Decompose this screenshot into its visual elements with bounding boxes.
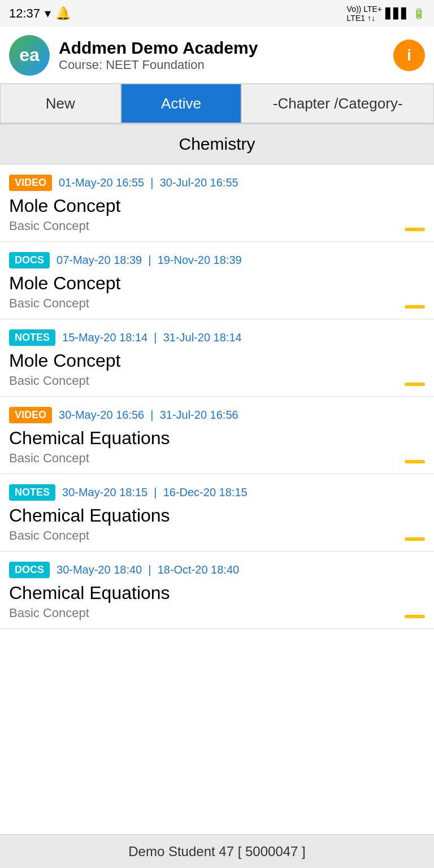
item-subtitle: Basic Concept — [9, 528, 425, 543]
item-progress-indicator — [405, 305, 425, 309]
tab-chapter-category[interactable]: -Chapter /Category- — [241, 84, 434, 123]
lte-label: Vo)) LTE+LTE1 ↑↓ — [347, 5, 382, 23]
item-date-range: 01-May-20 16:55 | 30-Jul-20 16:55 — [59, 176, 238, 189]
item-subtitle: Basic Concept — [9, 451, 425, 466]
wifi-icon: ▾ — [45, 6, 51, 21]
footer: Demo Student 47 [ 5000047 ] — [0, 834, 434, 868]
list-item[interactable]: NOTES 30-May-20 18:15 | 16-Dec-20 18:15 … — [0, 474, 434, 552]
list-item[interactable]: DOCS 30-May-20 18:40 | 18-Oct-20 18:40 C… — [0, 552, 434, 629]
item-meta: DOCS 07-May-20 18:39 | 19-Nov-20 18:39 — [9, 252, 425, 268]
list-item[interactable]: NOTES 15-May-20 18:14 | 31-Jul-20 18:14 … — [0, 319, 434, 397]
item-date-range: 07-May-20 18:39 | 19-Nov-20 18:39 — [57, 254, 242, 267]
info-button[interactable]: i — [393, 40, 425, 71]
item-date-range: 15-May-20 18:14 | 31-Jul-20 18:14 — [62, 331, 242, 344]
item-meta: VIDEO 30-May-20 16:56 | 31-Jul-20 16:56 — [9, 407, 425, 423]
app-logo: ea — [9, 35, 50, 76]
header-text-block: Addmen Demo Academy Course: NEET Foundat… — [59, 38, 393, 72]
item-title: Mole Concept — [9, 196, 425, 216]
item-progress-indicator — [405, 228, 425, 231]
item-date-range: 30-May-20 16:56 | 31-Jul-20 16:56 — [59, 409, 238, 422]
item-title: Mole Concept — [9, 350, 425, 371]
list-item[interactable]: VIDEO 01-May-20 16:55 | 30-Jul-20 16:55 … — [0, 164, 434, 242]
item-meta: NOTES 15-May-20 18:14 | 31-Jul-20 18:14 — [9, 329, 425, 346]
item-progress-indicator — [405, 383, 425, 386]
item-meta: VIDEO 01-May-20 16:55 | 30-Jul-20 16:55 — [9, 175, 425, 191]
item-meta: NOTES 30-May-20 18:15 | 16-Dec-20 18:15 — [9, 484, 425, 501]
app-header: ea Addmen Demo Academy Course: NEET Foun… — [0, 27, 434, 84]
app-title: Addmen Demo Academy — [59, 38, 393, 58]
item-title: Chemical Equations — [9, 505, 425, 526]
item-meta: DOCS 30-May-20 18:40 | 18-Oct-20 18:40 — [9, 562, 425, 578]
list-item[interactable]: DOCS 07-May-20 18:39 | 19-Nov-20 18:39 M… — [0, 242, 434, 319]
item-date-range: 30-May-20 18:15 | 16-Dec-20 18:15 — [62, 486, 248, 499]
clock: 12:37 — [9, 6, 40, 21]
item-title: Chemical Equations — [9, 428, 425, 449]
tab-bar: New Active -Chapter /Category- — [0, 84, 434, 124]
badge-docs: DOCS — [9, 252, 50, 268]
item-subtitle: Basic Concept — [9, 296, 425, 311]
badge-video: VIDEO — [9, 407, 52, 423]
item-subtitle: Basic Concept — [9, 219, 425, 233]
notification-icon: 🔔 — [55, 6, 71, 21]
section-header: Chemistry — [0, 124, 434, 164]
badge-docs: DOCS — [9, 562, 50, 578]
badge-notes: NOTES — [9, 484, 55, 501]
student-info: Demo Student 47 [ 5000047 ] — [128, 844, 306, 860]
item-title: Mole Concept — [9, 273, 425, 294]
item-progress-indicator — [405, 615, 425, 618]
item-progress-indicator — [405, 460, 425, 463]
badge-video: VIDEO — [9, 175, 52, 191]
battery-icon: 🔋 — [413, 7, 425, 20]
logo-text: ea — [19, 45, 40, 66]
signal-icon: ▋▋▋ — [385, 7, 409, 20]
item-date-range: 30-May-20 18:40 | 18-Oct-20 18:40 — [57, 563, 239, 576]
info-icon: i — [407, 46, 411, 64]
badge-notes: NOTES — [9, 329, 55, 346]
tab-active[interactable]: Active — [121, 84, 242, 123]
list-item[interactable]: VIDEO 30-May-20 16:56 | 31-Jul-20 16:56 … — [0, 397, 434, 474]
tab-active-label: Active — [161, 95, 201, 112]
status-bar: 12:37 ▾ 🔔 Vo)) LTE+LTE1 ↑↓ ▋▋▋ 🔋 — [0, 0, 434, 27]
item-subtitle: Basic Concept — [9, 374, 425, 388]
tab-category-label: -Chapter /Category- — [273, 95, 403, 112]
status-time-area: 12:37 ▾ 🔔 — [9, 6, 71, 21]
item-subtitle: Basic Concept — [9, 606, 425, 620]
content-list: VIDEO 01-May-20 16:55 | 30-Jul-20 16:55 … — [0, 164, 434, 834]
tab-new[interactable]: New — [0, 84, 121, 123]
status-icons-area: Vo)) LTE+LTE1 ↑↓ ▋▋▋ 🔋 — [347, 5, 425, 23]
item-title: Chemical Equations — [9, 583, 425, 604]
course-name: Course: NEET Foundation — [59, 58, 393, 72]
item-progress-indicator — [405, 537, 425, 541]
tab-new-label: New — [46, 95, 75, 112]
